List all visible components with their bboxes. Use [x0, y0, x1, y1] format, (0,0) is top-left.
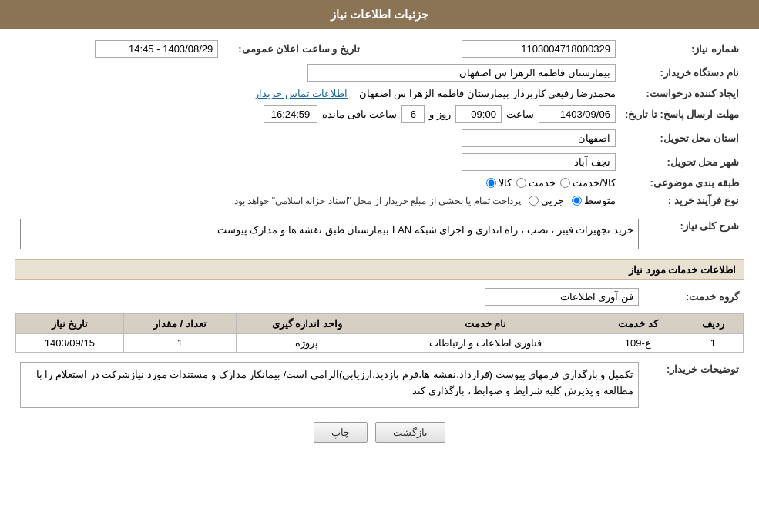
ijad-konande-value: محمدرضا رفیعی کاربرداز بیمارستان فاطمه ا…	[359, 88, 616, 99]
shomare-niaz-label: شماره نیاز:	[620, 37, 744, 61]
time-label: ساعت	[506, 109, 534, 120]
remaining-value: 16:24:59	[264, 105, 317, 123]
shahr-value: نجف آباد	[462, 153, 616, 171]
grooh-value: فن آوری اطلاعات	[485, 288, 639, 306]
rooz-value: 6	[401, 105, 425, 123]
services-section-header: اطلاعات خدمات مورد نیاز	[15, 259, 744, 280]
table-row: 1ع-109فناوری اطلاعات و ارتباطاتپروژه1140…	[16, 334, 744, 353]
novfarayand-jozii[interactable]: جزیی	[529, 195, 564, 206]
novfarayand-desc: پرداخت تمام یا بخشی از مبلغ خریدار از مح…	[232, 196, 521, 206]
shahr-label: شهر محل تحویل:	[620, 150, 744, 174]
tozihat-value: تکمیل و بارگذاری فرمهای پیوست (قرارداد،ن…	[20, 362, 639, 408]
shomare-niaz-value: 1103004718000329	[462, 40, 616, 58]
novfarayand-motavasset[interactable]: متوسط	[572, 195, 616, 206]
col-radif: ردیف	[683, 314, 743, 334]
date-value: 1403/09/06	[539, 105, 616, 123]
tabaqe-kala[interactable]: کالا	[486, 177, 512, 189]
col-tedad: تعداد / مقدار	[123, 314, 236, 334]
contact-link[interactable]: اطلاعات تماس خریدار	[254, 88, 348, 99]
mohlat-label: مهلت ارسال پاسخ: تا تاریخ:	[620, 102, 744, 126]
grooh-label: گروه خدمت:	[643, 285, 744, 309]
ostan-label: استان محل تحویل:	[620, 126, 744, 150]
ijad-konande-label: ایجاد کننده درخواست:	[620, 85, 744, 102]
ostan-value: اصفهان	[462, 129, 616, 147]
tabaqe-kala-khidmat[interactable]: کالا/خدمت	[560, 177, 616, 189]
rooz-label: روز و	[429, 109, 451, 120]
col-tarikh: تاریخ نیاز	[16, 314, 124, 334]
col-kod: کد خدمت	[593, 314, 683, 334]
col-naam: نام خدمت	[378, 314, 593, 334]
time-value: 09:00	[455, 105, 502, 123]
sharh-value: خرید تجهیزات فیبر ، نصب ، راه اندازی و ا…	[20, 219, 639, 249]
header-title: جزئیات اطلاعات نیاز	[331, 8, 428, 21]
print-button[interactable]: چاپ	[314, 422, 368, 443]
services-table: ردیف کد خدمت نام خدمت واحد اندازه گیری ت…	[15, 313, 744, 353]
sharh-label: شرح کلی نیاز:	[643, 216, 744, 253]
button-row: بازگشت چاپ	[15, 422, 744, 443]
back-button[interactable]: بازگشت	[375, 422, 445, 443]
remaining-label: ساعت باقی مانده	[322, 109, 397, 120]
tarikh-elan-value: 1403/08/29 - 14:45	[95, 40, 218, 58]
tabaqe-khidmat[interactable]: خدمت	[516, 177, 556, 189]
novfarayand-label: نوع فرآیند خرید :	[620, 192, 744, 209]
tarikh-elan-label: تاریخ و ساعت اعلان عمومی:	[223, 37, 364, 61]
tozihat-label: توضیحات خریدار:	[643, 359, 744, 411]
col-vahad: واحد اندازه گیری	[236, 314, 378, 334]
page-header: جزئیات اطلاعات نیاز	[0, 0, 759, 29]
nam-dastgah-value: بیمارستان فاطمه الزهرا س اصفهان	[307, 64, 616, 82]
tabaqe-label: طبقه بندی موضوعی:	[620, 174, 744, 192]
nam-dastgah-label: نام دستگاه خریدار:	[620, 61, 744, 85]
